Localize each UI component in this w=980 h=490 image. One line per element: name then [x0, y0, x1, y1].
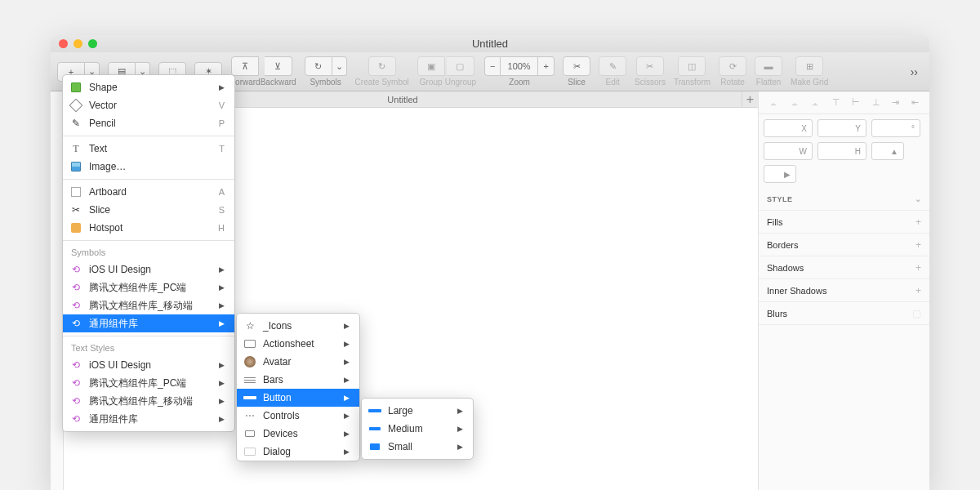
chevron-right-icon: ▶ — [219, 361, 225, 369]
symbols-button[interactable]: ↻ — [305, 56, 332, 76]
zoom-value[interactable]: 100% — [501, 56, 538, 76]
align-top-icon[interactable]: ⊤ — [832, 97, 840, 108]
chevron-right-icon: ▶ — [344, 322, 350, 330]
distribute-v-icon[interactable]: ⇤ — [911, 97, 919, 108]
chevron-right-icon: ▶ — [344, 394, 350, 402]
x-field[interactable]: X — [764, 119, 813, 137]
group-button[interactable]: ▣ — [417, 56, 445, 76]
plus-icon[interactable]: + — [915, 239, 921, 251]
submenu-item-avatar[interactable]: Avatar▶ — [237, 353, 359, 371]
window-title: Untitled — [51, 38, 929, 50]
menu-item-pencil[interactable]: ✎PencilP — [63, 114, 234, 132]
submenu-item-dialog[interactable]: Dialog▶ — [237, 443, 359, 461]
edit-button[interactable]: ✎ — [599, 56, 626, 76]
blur-toggle[interactable]: ▢ — [912, 308, 921, 319]
transform2-button[interactable]: ◫ — [678, 56, 706, 76]
menu-item-vector[interactable]: VectorV — [63, 96, 234, 114]
menu-item-text[interactable]: TTextT — [63, 140, 234, 158]
plus-icon[interactable]: + — [915, 216, 921, 228]
rotate-button[interactable]: ⟳ — [719, 56, 746, 76]
inner-shadows-section[interactable]: Inner Shadows+ — [759, 279, 929, 302]
rotate-label: Rotate — [720, 78, 744, 87]
align-bottom-icon[interactable]: ⊥ — [872, 97, 880, 108]
chevron-right-icon: ▶ — [219, 319, 225, 327]
borders-section[interactable]: Borders+ — [759, 234, 929, 256]
blurs-section[interactable]: Blurs▢ — [759, 302, 929, 325]
submenu-item-small[interactable]: Small▶ — [362, 438, 473, 456]
scissors-label: Scissors — [635, 78, 666, 87]
menu-item-symbol-lib[interactable]: ⟲iOS UI Design▶ — [63, 261, 234, 278]
w-field[interactable]: W — [764, 142, 813, 160]
dialog-icon — [244, 448, 256, 456]
h-field[interactable]: H — [817, 142, 866, 160]
submenu-item-medium[interactable]: Medium▶ — [362, 420, 473, 438]
forward-button[interactable]: ⊼ — [231, 56, 259, 76]
submenu-item-controls[interactable]: ⋯Controls▶ — [237, 407, 359, 425]
chevron-right-icon: ▶ — [219, 397, 225, 405]
hotspot-icon — [71, 223, 81, 233]
distribute-h-icon[interactable]: ⇥ — [892, 97, 899, 108]
create-symbol-button[interactable]: ↻ — [368, 56, 396, 76]
backward-button[interactable]: ⊻ — [265, 56, 292, 76]
submenu-item-button[interactable]: Button▶ — [237, 389, 359, 407]
star-icon: ☆ — [243, 319, 256, 332]
ungroup-label: Ungroup — [445, 78, 476, 87]
align-left-icon[interactable]: ⫠ — [769, 98, 778, 108]
flatten-label: Flatten — [756, 78, 782, 87]
menu-item-slice[interactable]: ✂SliceS — [63, 201, 234, 219]
chevron-right-icon: ▶ — [219, 265, 225, 274]
align-center-h-icon[interactable]: ⫠ — [791, 98, 800, 108]
insert-menu: Shape▶ VectorV ✎PencilP TTextT Image… Ar… — [62, 74, 235, 432]
link-icon: ⟲ — [69, 263, 82, 276]
chevron-right-icon: ▶ — [344, 340, 350, 348]
align-center-v-icon[interactable]: ⊢ — [852, 97, 860, 108]
image-icon — [71, 162, 81, 172]
y-field[interactable]: Y — [817, 119, 866, 137]
submenu-item-bars[interactable]: Bars▶ — [237, 371, 359, 389]
flip-v-button[interactable]: ▶ — [764, 165, 796, 183]
symbols-dropdown[interactable]: ⌄ — [332, 56, 347, 76]
link-icon: ⟲ — [69, 359, 82, 372]
chevron-right-icon: ▶ — [219, 415, 225, 423]
ungroup-button[interactable]: ▢ — [447, 56, 474, 76]
menu-item-text-style[interactable]: ⟲腾讯文档组件库_PC端▶ — [63, 374, 234, 392]
chevron-right-icon: ▶ — [344, 430, 350, 438]
add-tab-button[interactable]: + — [742, 91, 758, 108]
link-icon: ⟲ — [69, 412, 82, 425]
menu-item-symbol-lib[interactable]: ⟲腾讯文档组件库_PC端▶ — [63, 278, 234, 296]
plus-icon[interactable]: + — [915, 285, 921, 296]
slice-label: Slice — [568, 78, 586, 87]
fills-section[interactable]: Fills+ — [759, 211, 929, 234]
make-grid-button[interactable]: ⊞ — [795, 56, 823, 76]
shadows-section[interactable]: Shadows+ — [759, 256, 929, 279]
menu-item-text-style[interactable]: ⟲通用组件库▶ — [63, 410, 234, 428]
submenu-item-actionsheet[interactable]: Actionsheet▶ — [237, 335, 359, 353]
menu-item-symbol-lib[interactable]: ⟲通用组件库▶ — [63, 314, 234, 332]
chevron-right-icon: ▶ — [219, 301, 225, 310]
menu-item-hotspot[interactable]: HotspotH — [63, 219, 234, 237]
menu-item-symbol-lib[interactable]: ⟲腾讯文档组件库_移动端▶ — [63, 296, 234, 314]
zoom-out-button[interactable]: − — [484, 56, 501, 76]
menu-item-text-style[interactable]: ⟲iOS UI Design▶ — [63, 356, 234, 374]
toolbar-overflow[interactable]: ›› — [906, 65, 923, 78]
menu-item-shape[interactable]: Shape▶ — [63, 78, 234, 96]
flatten-button[interactable]: ▬ — [755, 56, 782, 76]
plus-icon[interactable]: + — [915, 262, 921, 274]
menu-item-text-style[interactable]: ⟲腾讯文档组件库_移动端▶ — [63, 392, 234, 410]
scissors-button[interactable]: ✂ — [636, 56, 664, 76]
align-right-icon[interactable]: ⫠ — [811, 98, 820, 108]
text-styles-header: Text Styles — [63, 340, 234, 356]
submenu-item-icons[interactable]: ☆_Icons▶ — [237, 317, 359, 335]
slice-button[interactable]: ✂ — [563, 56, 590, 76]
menu-item-image[interactable]: Image… — [63, 158, 234, 176]
chevron-right-icon: ▶ — [457, 407, 463, 415]
chevron-right-icon: ▶ — [344, 376, 350, 384]
zoom-in-button[interactable]: + — [538, 56, 555, 76]
submenu-item-devices[interactable]: Devices▶ — [237, 425, 359, 443]
symbol-library-submenu: ☆_Icons▶ Actionsheet▶ Avatar▶ Bars▶ Butt… — [236, 313, 360, 461]
chevron-down-icon[interactable]: ⌄ — [915, 194, 922, 203]
menu-item-artboard[interactable]: ArtboardA — [63, 183, 234, 201]
flip-h-button[interactable]: ▲ — [871, 142, 904, 160]
submenu-item-large[interactable]: Large▶ — [362, 402, 473, 420]
rotation-field[interactable]: ° — [871, 119, 920, 137]
